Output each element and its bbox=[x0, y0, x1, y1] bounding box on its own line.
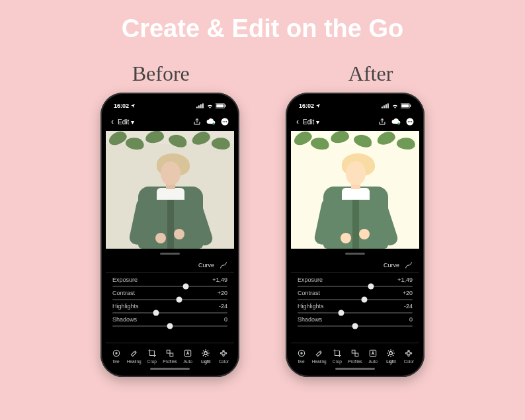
svg-point-45 bbox=[406, 353, 407, 354]
svg-point-10 bbox=[224, 121, 225, 122]
slider-track[interactable] bbox=[112, 325, 227, 327]
svg-point-9 bbox=[223, 121, 224, 122]
tool-selective[interactable]: tive bbox=[293, 349, 309, 364]
curve-row[interactable]: Curve bbox=[291, 258, 419, 273]
svg-rect-37 bbox=[352, 350, 355, 353]
svg-rect-3 bbox=[202, 103, 204, 108]
home-indicator[interactable] bbox=[335, 368, 375, 370]
edited-photo[interactable] bbox=[291, 131, 419, 249]
slider-track[interactable] bbox=[298, 312, 413, 314]
slider-track[interactable] bbox=[298, 286, 413, 287]
slider-thumb[interactable] bbox=[183, 284, 189, 290]
tool-label: tive bbox=[298, 359, 305, 364]
tool-profiles[interactable]: Profiles bbox=[161, 349, 178, 364]
svg-point-33 bbox=[409, 121, 411, 122]
slider-track[interactable] bbox=[112, 299, 227, 300]
tool-label: Healing bbox=[312, 359, 327, 364]
slider-track[interactable] bbox=[298, 325, 413, 327]
svg-point-18 bbox=[222, 352, 225, 355]
slider-thumb[interactable] bbox=[368, 284, 374, 290]
slider-value: 0 bbox=[224, 316, 227, 323]
slider-label: Shadows bbox=[112, 316, 137, 323]
svg-point-30 bbox=[397, 122, 400, 125]
location-icon bbox=[315, 103, 321, 108]
nav-title[interactable]: Edit ▾ bbox=[118, 118, 134, 126]
before-label: Before bbox=[132, 62, 190, 86]
slider-shadows[interactable]: Shadows0 bbox=[112, 316, 227, 327]
color-icon bbox=[404, 349, 413, 358]
tool-light[interactable]: Light bbox=[198, 349, 214, 364]
healing-icon bbox=[130, 349, 139, 358]
slider-exposure[interactable]: Exposure+1,49 bbox=[298, 276, 413, 287]
more-icon[interactable] bbox=[221, 118, 229, 126]
tool-color[interactable]: Color bbox=[401, 349, 417, 364]
phone-notch bbox=[140, 98, 200, 108]
curve-row[interactable]: Curve bbox=[106, 258, 234, 273]
tool-light[interactable]: Light bbox=[383, 349, 399, 364]
home-indicator[interactable] bbox=[150, 368, 190, 370]
tool-healing[interactable]: Healing bbox=[311, 349, 327, 364]
slider-label: Highlights bbox=[298, 303, 324, 310]
app-nav: ‹ Edit ▾ bbox=[106, 112, 234, 131]
curve-icon[interactable] bbox=[405, 261, 413, 269]
light-icon bbox=[201, 349, 210, 358]
svg-point-40 bbox=[389, 352, 393, 355]
slider-exposure[interactable]: Exposure+1,49 bbox=[112, 276, 227, 287]
curve-icon[interactable] bbox=[220, 261, 227, 269]
edited-photo[interactable] bbox=[106, 131, 234, 249]
slider-contrast[interactable]: Contrast+20 bbox=[112, 290, 227, 300]
back-button[interactable]: ‹ bbox=[111, 117, 114, 126]
cloud-sync-icon[interactable] bbox=[206, 118, 216, 126]
share-icon[interactable] bbox=[193, 118, 201, 126]
svg-point-7 bbox=[212, 122, 215, 125]
slider-thumb[interactable] bbox=[176, 297, 182, 303]
svg-rect-24 bbox=[384, 105, 385, 108]
sliders-panel: Exposure+1,49 Contrast+20 Highlights-24 … bbox=[291, 273, 419, 343]
slider-label: Highlights bbox=[112, 303, 139, 310]
slider-highlights[interactable]: Highlights-24 bbox=[298, 303, 413, 314]
tool-healing[interactable]: Healing bbox=[126, 349, 142, 364]
tool-selective[interactable]: tive bbox=[108, 349, 124, 364]
nav-title[interactable]: Edit ▾ bbox=[303, 118, 319, 126]
svg-point-34 bbox=[411, 121, 413, 122]
svg-point-41 bbox=[407, 352, 411, 355]
tool-label: tive bbox=[113, 359, 120, 364]
slider-thumb[interactable] bbox=[361, 297, 367, 303]
svg-point-44 bbox=[408, 355, 409, 356]
tool-color[interactable]: Color bbox=[216, 349, 232, 364]
selective-icon bbox=[112, 349, 121, 358]
slider-value: -24 bbox=[404, 303, 413, 310]
phone-screen: 16:02 ‹ Edit ▾ bbox=[291, 98, 419, 372]
tool-label: Color bbox=[219, 359, 229, 364]
curve-label: Curve bbox=[198, 262, 214, 269]
slider-thumb[interactable] bbox=[352, 323, 358, 329]
slider-thumb[interactable] bbox=[339, 310, 344, 316]
slider-thumb[interactable] bbox=[153, 310, 159, 316]
tool-crop[interactable]: Crop bbox=[143, 349, 160, 364]
svg-point-22 bbox=[221, 353, 222, 354]
tool-auto[interactable]: Auto bbox=[365, 349, 382, 364]
svg-point-36 bbox=[300, 353, 302, 354]
share-icon[interactable] bbox=[378, 118, 386, 126]
tool-auto[interactable]: Auto bbox=[180, 349, 196, 364]
panel-drag-handle[interactable] bbox=[291, 249, 419, 258]
cloud-sync-icon[interactable] bbox=[391, 118, 401, 126]
panel-drag-handle[interactable] bbox=[106, 249, 234, 258]
slider-thumb[interactable] bbox=[167, 323, 173, 329]
tool-crop[interactable]: Crop bbox=[329, 349, 345, 364]
slider-value: +1,49 bbox=[397, 276, 413, 283]
slider-label: Exposure bbox=[112, 276, 138, 283]
slider-label: Contrast bbox=[298, 290, 320, 296]
svg-point-42 bbox=[408, 350, 409, 351]
slider-shadows[interactable]: Shadows0 bbox=[298, 316, 413, 327]
tool-profiles[interactable]: Profiles bbox=[346, 349, 363, 364]
svg-rect-25 bbox=[385, 105, 387, 108]
back-button[interactable]: ‹ bbox=[296, 117, 299, 126]
svg-rect-2 bbox=[200, 105, 202, 108]
slider-track[interactable] bbox=[112, 312, 227, 314]
more-icon[interactable] bbox=[406, 118, 414, 126]
slider-contrast[interactable]: Contrast+20 bbox=[298, 290, 413, 300]
slider-track[interactable] bbox=[298, 299, 413, 300]
slider-highlights[interactable]: Highlights-24 bbox=[112, 303, 227, 314]
slider-track[interactable] bbox=[112, 286, 227, 287]
